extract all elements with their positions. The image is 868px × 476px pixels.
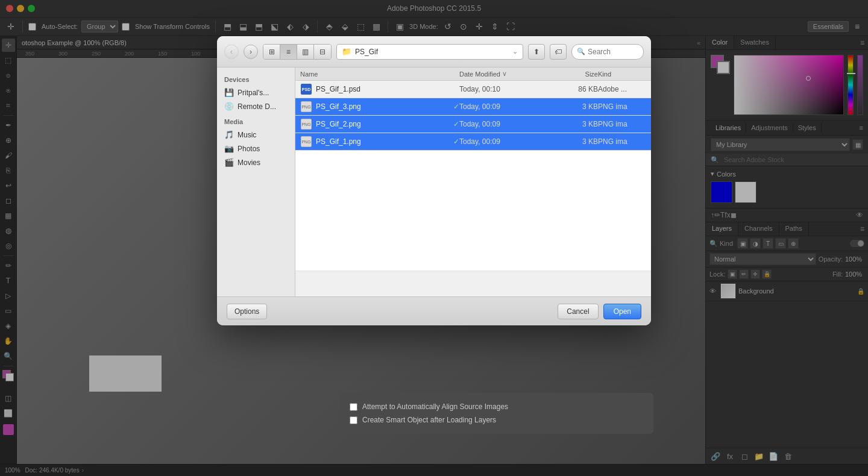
auto-align-label: Attempt to Automatically Align Source Im… (362, 402, 508, 411)
file-kind-png3: PNG ima (598, 102, 646, 111)
file-row-png2[interactable]: PNG PS_Gif_2.png ✓ Today, 00:09 3 KB PNG… (295, 116, 651, 133)
col-size-header[interactable]: Size (556, 70, 598, 78)
png2-file-icon: PNG (300, 118, 312, 130)
option-row-2: Create Smart Object after Loading Layers (350, 416, 644, 424)
option-row-1: Attempt to Automatically Align Source Im… (350, 402, 644, 411)
png2-check-icon: ✓ (453, 120, 459, 128)
png3-check-icon: ✓ (453, 102, 459, 111)
sidebar-remote[interactable]: 💿 Remote D... (217, 99, 295, 113)
png-icon-2: PNG (301, 119, 312, 130)
hdd-icon: 💾 (224, 88, 234, 97)
remote-label: Remote D... (237, 102, 276, 111)
search-box: 🔍 (571, 44, 644, 60)
sidebar-pritpal[interactable]: 💾 Pritpal's... (217, 86, 295, 99)
file-size-png2: 3 KB (556, 120, 598, 128)
list-view-btn[interactable]: ≡ (280, 45, 297, 59)
auto-align-checkbox[interactable] (350, 403, 357, 411)
cover-view-btn[interactable]: ⊟ (314, 45, 331, 59)
folder-icon: 📁 (342, 47, 351, 56)
devices-section: Devices 💾 Pritpal's... 💿 Remote D... (217, 72, 295, 114)
movies-icon: 🎬 (224, 158, 234, 167)
open-button[interactable]: Open (603, 304, 641, 319)
file-size-png1: 3 KB (556, 137, 598, 146)
sidebar-photos[interactable]: 📷 Photos (217, 142, 295, 155)
cancel-button[interactable]: Cancel (558, 304, 598, 319)
file-row-psd[interactable]: PSD PS_Gif_1.psd Today, 00:10 86 KB Adob… (295, 81, 651, 98)
photos-icon: 📷 (224, 144, 234, 153)
col-kind-header[interactable]: Kind (598, 70, 646, 78)
col-date-header[interactable]: Date Modified ∨ (459, 70, 556, 78)
script-options-panel: Attempt to Automatically Align Source Im… (340, 393, 653, 434)
search-input[interactable] (588, 48, 636, 56)
file-sidebar: Devices 💾 Pritpal's... 💿 Remote D... Med… (217, 67, 295, 296)
png1-check-icon: ✓ (453, 137, 459, 146)
disk-icon: 💿 (224, 102, 234, 111)
file-date-png1: Today, 00:09 (459, 137, 556, 146)
sidebar-music[interactable]: 🎵 Music (217, 128, 295, 142)
path-dropdown-arrow[interactable]: ⌄ (512, 48, 518, 55)
dialog-overlay: Attempt to Automatically Align Source Im… (0, 0, 868, 476)
pritpal-label: Pritpal's... (237, 89, 269, 97)
sidebar-movies[interactable]: 🎬 Movies (217, 155, 295, 169)
music-label: Music (237, 131, 256, 139)
file-dialog-body: Devices 💾 Pritpal's... 💿 Remote D... Med… (217, 67, 651, 296)
file-date-png2: Today, 00:09 (459, 120, 556, 128)
icon-view-btn[interactable]: ⊞ (263, 45, 280, 59)
view-buttons: ⊞ ≡ ▥ ⊟ (263, 44, 332, 60)
file-list: Name Date Modified ∨ Size Kind (295, 67, 651, 296)
psd-file-icon: PSD (300, 83, 312, 95)
png3-file-icon: PNG (300, 101, 312, 113)
psd-icon: PSD (301, 84, 312, 95)
file-name-psd: PS_Gif_1.psd (316, 85, 459, 93)
file-name-png3: PS_Gif_3.png (316, 102, 451, 111)
file-date-psd: Today, 00:10 (459, 85, 556, 93)
col-name-header[interactable]: Name (300, 70, 459, 78)
file-kind-png2: PNG ima (598, 120, 646, 128)
column-view-btn[interactable]: ▥ (297, 45, 314, 59)
file-list-empty-area (295, 151, 651, 271)
file-dialog-toolbar: ‹ › ⊞ ≡ ▥ ⊟ 📁 PS_Gif ⌄ ⬆ 🏷 🔍 (217, 36, 651, 67)
file-kind-png1: PNG ima (598, 137, 646, 146)
movies-label: Movies (237, 158, 260, 167)
file-row-png3[interactable]: PNG PS_Gif_3.png ✓ Today, 00:09 3 KB PNG… (295, 98, 651, 116)
sort-arrow-icon: ∨ (502, 70, 507, 78)
file-list-header: Name Date Modified ∨ Size Kind (295, 67, 651, 81)
search-icon: 🔍 (577, 48, 585, 55)
file-row-png1[interactable]: PNG PS_Gif_1.png ✓ Today, 00:09 3 KB PNG… (295, 133, 651, 151)
png1-file-icon: PNG (300, 136, 312, 148)
file-size-png3: 3 KB (556, 102, 598, 111)
file-name-png1: PS_Gif_1.png (316, 137, 451, 146)
media-header: Media (217, 116, 295, 128)
smart-object-checkbox[interactable] (350, 416, 357, 424)
options-button[interactable]: Options (227, 304, 267, 319)
png-icon-1: PNG (301, 101, 312, 112)
share-button[interactable]: ⬆ (528, 44, 545, 60)
footer-right: Cancel Open (558, 304, 641, 319)
file-kind-psd: Adobe ... (598, 85, 646, 93)
music-icon: 🎵 (224, 130, 234, 139)
back-button[interactable]: ‹ (224, 45, 239, 59)
png-icon-3: PNG (301, 136, 312, 147)
file-size-psd: 86 KB (556, 85, 598, 93)
photos-label: Photos (237, 145, 260, 153)
path-box: 📁 PS_Gif ⌄ (336, 44, 523, 60)
file-name-png2: PS_Gif_2.png (316, 120, 451, 128)
forward-button[interactable]: › (244, 45, 258, 59)
smart-object-label: Create Smart Object after Loading Layers (362, 416, 496, 424)
tag-button[interactable]: 🏷 (550, 44, 567, 60)
file-browser-dialog: ‹ › ⊞ ≡ ▥ ⊟ 📁 PS_Gif ⌄ ⬆ 🏷 🔍 (217, 36, 651, 325)
path-text: PS_Gif (355, 48, 509, 56)
file-dialog-footer: Options Cancel Open (217, 296, 651, 325)
file-date-png3: Today, 00:09 (459, 102, 556, 111)
devices-header: Devices (217, 74, 295, 86)
media-section: Media 🎵 Music 📷 Photos 🎬 Movies (217, 114, 295, 171)
